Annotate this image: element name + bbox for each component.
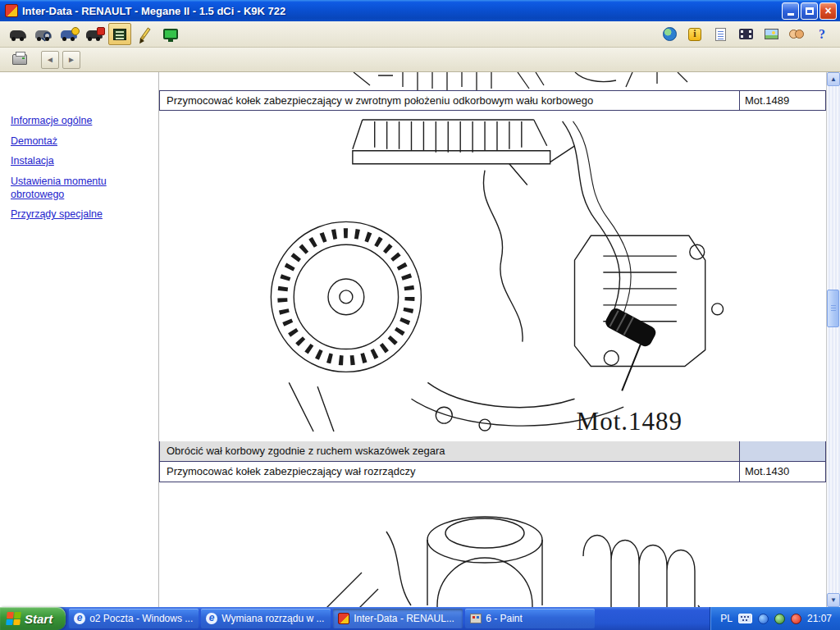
instruction-row: Przymocować kołek zabezpieczający wał ro… xyxy=(159,462,826,482)
web-button[interactable] xyxy=(658,23,681,45)
engine-figure: Mot.1489 xyxy=(159,111,826,441)
forward-button[interactable]: ► xyxy=(62,51,80,69)
close-button[interactable]: × xyxy=(819,2,837,20)
tool-reference xyxy=(740,441,825,461)
printer-icon xyxy=(12,54,27,65)
help-icon: ? xyxy=(819,27,825,42)
contacts-button[interactable] xyxy=(785,23,808,45)
repair-times-button[interactable] xyxy=(83,23,106,45)
engine-figure-partial-bottom xyxy=(159,482,826,607)
tool-reference: Mot.1430 xyxy=(740,462,825,482)
taskbar-task-inter-data[interactable]: Inter-Data - RENAUL... xyxy=(333,609,463,628)
windows-flag-icon xyxy=(6,612,21,625)
info-button[interactable]: i xyxy=(683,23,706,45)
content-area: Przymocować kołek zabezpieczający w zwro… xyxy=(158,72,826,607)
image-icon xyxy=(765,29,778,39)
instruction-text: Przymocować kołek zabezpieczający w zwro… xyxy=(160,91,740,110)
main-toolbar: i ? xyxy=(0,21,840,48)
film-icon xyxy=(739,29,753,39)
engine-drawing-partial xyxy=(231,72,756,90)
application-window: Inter-Data - RENAULT - Megane II - 1.5 d… xyxy=(0,0,840,630)
messenger-tray-icon[interactable] xyxy=(774,614,785,624)
contacts-icon xyxy=(789,29,804,40)
sidebar-link-demontaz[interactable]: Demontaż xyxy=(11,135,150,148)
instruction-text: Przymocować kołek zabezpieczający wał ro… xyxy=(160,462,740,482)
o2-tray-icon[interactable] xyxy=(791,614,801,624)
monitor-icon xyxy=(163,29,178,39)
minimize-button[interactable] xyxy=(782,2,799,20)
media-button[interactable] xyxy=(734,23,757,45)
window-title: Inter-Data - RENAULT - Megane II - 1.5 d… xyxy=(22,5,782,17)
monitor-button[interactable] xyxy=(159,23,182,45)
vehicle-search-button[interactable] xyxy=(32,23,55,45)
images-button[interactable] xyxy=(760,23,783,45)
car-repair-icon xyxy=(86,30,103,39)
car-icon xyxy=(35,30,52,39)
navigation-toolbar: ◄ ► xyxy=(0,48,840,72)
app-icon xyxy=(5,4,18,17)
pencil-icon xyxy=(139,27,150,40)
main-area: Informacje ogólne Demontaż Instalacja Us… xyxy=(0,72,840,607)
search-icon xyxy=(43,32,51,39)
taskbar-task-o2-poczta[interactable]: e o2 Poczta - Windows ... xyxy=(69,609,199,628)
back-button[interactable]: ◄ xyxy=(41,51,59,69)
taskbar-task-wymiana-rozrzadu[interactable]: e Wymiana rozrządu w ... xyxy=(201,609,331,628)
language-indicator[interactable]: PL xyxy=(720,613,733,624)
sidebar-link-instalacja[interactable]: Instalacja xyxy=(11,155,150,168)
sidebar-link-przyrzady-specjalne[interactable]: Przyrządy specjalne xyxy=(11,208,150,221)
scrollbar-thumb[interactable] xyxy=(827,290,839,327)
car-icon xyxy=(10,30,26,39)
figure-partial-top xyxy=(159,72,826,90)
internet-explorer-icon: e xyxy=(74,613,85,624)
scroll-up-button[interactable]: ▲ xyxy=(827,72,840,86)
instruction-text: Obrócić wał korbowy zgodnie z ruchem wsk… xyxy=(160,441,740,461)
scroll-down-button[interactable]: ▼ xyxy=(827,593,840,607)
sidebar-link-ustawienia-momentu[interactable]: Ustawienia momentu obrotowego xyxy=(11,176,150,201)
sidebar-nav: Informacje ogólne Demontaż Instalacja Us… xyxy=(0,72,158,607)
start-button[interactable]: Start xyxy=(0,607,66,630)
instruction-row: Obrócić wał korbowy zgodnie z ruchem wsk… xyxy=(159,441,826,462)
figure-tool-label: Mot.1489 xyxy=(577,407,682,436)
edit-button[interactable] xyxy=(134,23,157,45)
maximize-button[interactable] xyxy=(801,2,818,20)
taskbar: Start e o2 Poczta - Windows ... e Wymian… xyxy=(0,607,840,630)
paint-icon xyxy=(470,614,482,623)
vehicle-data-button[interactable] xyxy=(57,23,80,45)
clock[interactable]: 21:07 xyxy=(807,613,832,624)
network-tray-icon[interactable] xyxy=(758,614,769,624)
inter-data-icon xyxy=(338,613,349,624)
titlebar: Inter-Data - RENAULT - Megane II - 1.5 d… xyxy=(0,0,840,21)
print-button[interactable] xyxy=(8,49,31,71)
notes-icon xyxy=(715,28,726,41)
locking-pin-icon xyxy=(603,306,658,349)
help-button[interactable]: ? xyxy=(810,23,833,45)
internet-explorer-icon: e xyxy=(206,613,217,624)
info-icon: i xyxy=(688,28,701,41)
notes-button[interactable] xyxy=(709,23,732,45)
tool-reference: Mot.1489 xyxy=(740,91,825,110)
sidebar-link-informacje-ogolne[interactable]: Informacje ogólne xyxy=(11,115,150,128)
scrollbar-track[interactable] xyxy=(827,86,840,593)
vertical-scrollbar[interactable]: ▲ ▼ xyxy=(826,72,840,607)
engine-drawing xyxy=(239,113,747,440)
manuals-button[interactable] xyxy=(108,23,131,45)
vehicle-select-button[interactable] xyxy=(7,23,30,45)
system-tray: PL 21:07 xyxy=(710,607,840,630)
car-data-icon xyxy=(61,30,77,39)
taskbar-tasks: e o2 Poczta - Windows ... e Wymiana rozr… xyxy=(66,607,710,630)
instruction-row: Przymocować kołek zabezpieczający w zwro… xyxy=(159,90,826,111)
taskbar-task-paint[interactable]: 6 - Paint xyxy=(465,609,595,628)
engine-drawing-2 xyxy=(239,482,747,607)
keyboard-icon[interactable] xyxy=(738,614,752,623)
globe-icon xyxy=(663,27,677,41)
manual-list-icon xyxy=(113,29,126,40)
